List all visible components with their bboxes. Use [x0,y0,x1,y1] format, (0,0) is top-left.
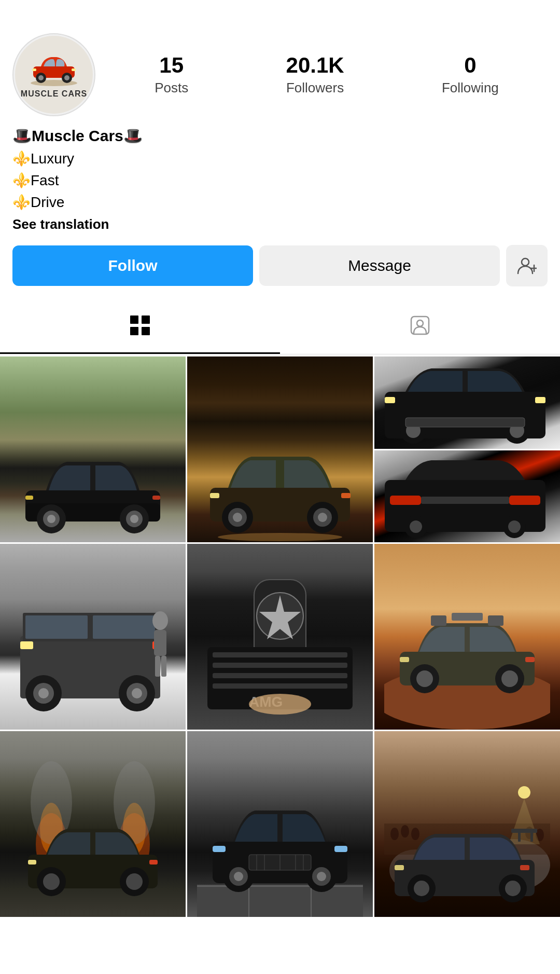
tab-grid[interactable] [0,303,280,354]
svg-marker-132 [509,799,540,844]
svg-point-140 [505,881,521,896]
svg-rect-66 [154,630,166,656]
stats-row: 15 Posts 20.1K Followers 0 Following [106,53,548,95]
svg-rect-134 [511,829,537,833]
grid-cell-6[interactable] [374,544,560,730]
svg-point-138 [414,881,429,896]
svg-rect-25 [25,496,33,500]
grid-cell-2[interactable] [187,356,373,542]
svg-point-110 [234,872,243,881]
grid-cell-3b[interactable] [374,450,560,543]
bio-line-1: ⚜️Luxury [12,148,548,170]
action-buttons: Follow Message [0,245,560,286]
svg-rect-81 [431,615,446,626]
svg-point-127 [401,825,409,838]
svg-rect-7 [72,68,76,71]
car-svg-2 [197,428,363,542]
grid-cell-4[interactable] [0,544,186,730]
profile-section: MUSCLE CARS 15 Posts 20.1K Followers 0 F… [0,21,560,116]
svg-rect-75 [213,673,347,678]
grid-cell-3a[interactable] [374,356,560,449]
svg-rect-44 [405,418,525,427]
svg-rect-83 [488,615,503,626]
bio-line-3: ⚜️Drive [12,191,548,213]
grid-cell-8[interactable] [187,731,373,917]
svg-rect-68 [161,656,166,677]
svg-rect-42 [385,397,395,403]
svg-rect-35 [341,493,351,498]
grid-cell-5[interactable]: AMG [187,544,373,730]
svg-rect-88 [400,657,409,662]
see-translation-button[interactable]: See translation [12,216,548,232]
svg-rect-104 [197,885,363,887]
svg-rect-73 [213,652,347,657]
grid-cell-9[interactable] [374,731,560,917]
svg-point-85 [416,670,433,687]
svg-point-131 [518,786,530,799]
svg-rect-142 [520,865,529,870]
svg-point-36 [218,533,342,541]
svg-rect-46 [390,496,421,505]
svg-rect-76 [213,683,347,689]
stat-following: 0 Following [442,53,499,95]
svg-rect-141 [395,865,404,870]
svg-rect-136 [530,831,533,842]
svg-rect-89 [525,657,535,662]
bio-section: 🎩Muscle Cars🎩 ⚜️Luxury ⚜️Fast ⚜️Drive Se… [0,127,560,232]
grid-cell-7[interactable] [0,731,186,917]
profile-username: 🎩Muscle Cars🎩 [12,127,548,145]
svg-rect-114 [213,846,226,852]
svg-rect-47 [509,496,540,505]
svg-rect-102 [149,860,158,865]
tagged-icon [409,314,431,341]
grid-cell-1[interactable] [0,356,186,542]
svg-point-126 [390,828,399,840]
svg-point-65 [152,611,168,630]
grid-cell-col3-row1 [374,356,560,542]
svg-rect-26 [152,496,160,500]
tab-tagged[interactable] [280,303,560,354]
svg-rect-74 [213,663,347,668]
grid-icon [129,314,151,341]
svg-rect-6 [32,68,36,71]
car-svg-7 [10,751,176,917]
follow-button[interactable]: Follow [12,245,253,286]
svg-rect-67 [155,656,160,677]
avatar-logo-svg [28,51,80,87]
posts-grid: AMG [0,356,560,917]
svg-point-24 [130,515,138,523]
svg-rect-48 [421,497,509,504]
svg-point-21 [47,515,55,523]
status-bar [0,0,560,21]
add-friend-button[interactable] [506,245,548,286]
following-label: Following [442,80,499,96]
avatar-label: MUSCLE CARS [21,89,87,99]
svg-rect-56 [93,615,155,639]
svg-rect-115 [334,846,347,852]
svg-point-100 [126,873,143,890]
car-svg-3b [374,459,556,542]
add-person-icon [517,256,537,276]
svg-point-52 [508,520,521,533]
followers-label: Followers [286,80,344,96]
car-svg-8 [197,751,363,917]
svg-point-128 [411,828,419,840]
svg-point-59 [38,688,49,698]
svg-rect-101 [28,860,36,865]
svg-point-16 [417,320,423,326]
message-button[interactable]: Message [259,245,500,286]
stat-followers: 20.1K Followers [286,53,344,95]
svg-rect-11 [130,315,138,324]
svg-rect-13 [130,327,138,335]
svg-point-30 [233,513,242,522]
car-svg-5: AMG [197,554,363,720]
profile-top: MUSCLE CARS 15 Posts 20.1K Followers 0 F… [12,33,548,116]
avatar[interactable]: MUSCLE CARS [12,33,95,116]
followers-count: 20.1K [286,53,344,77]
bio-line-2: ⚜️Fast [12,170,548,191]
svg-point-33 [318,513,327,522]
car-svg-9 [384,751,550,917]
svg-point-87 [501,670,518,687]
svg-point-5 [64,75,69,80]
svg-point-113 [317,872,326,881]
